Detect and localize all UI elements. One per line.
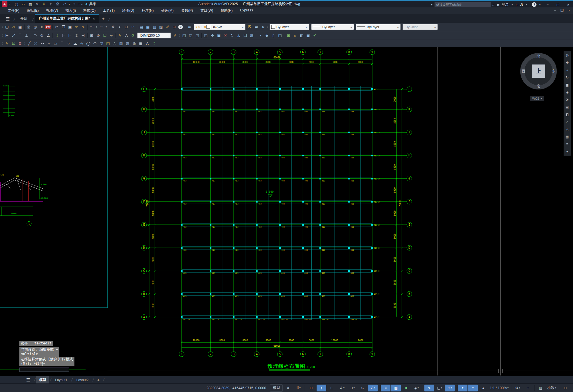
dim-arc-length-icon[interactable]: ⌒ bbox=[17, 32, 23, 39]
new-file-icon[interactable]: ▢ bbox=[13, 1, 20, 7]
toolbar-grip[interactable]: ⁞ bbox=[178, 34, 181, 37]
open-file-icon[interactable]: ▱ bbox=[20, 1, 27, 7]
viewcube-west-label[interactable]: 西 bbox=[522, 69, 525, 74]
menu-item-12[interactable]: Express bbox=[236, 8, 257, 13]
viewcube-top-face[interactable]: 上 bbox=[532, 64, 545, 78]
menu-item-11[interactable]: 帮助(H) bbox=[217, 8, 236, 13]
nav-tool-icon-6[interactable]: △ bbox=[564, 126, 570, 133]
line-icon[interactable]: ╱ bbox=[26, 40, 33, 47]
layout-tab-layout2[interactable]: Layout2 bbox=[73, 377, 92, 383]
nav-tool-icon-4[interactable]: ◧ bbox=[564, 111, 570, 118]
hatch-icon[interactable]: ▨ bbox=[118, 40, 124, 47]
copy-icon[interactable]: ❐ bbox=[60, 24, 67, 30]
share-button[interactable]: ✈ 共享 bbox=[85, 2, 96, 7]
app-store-cart-icon[interactable]: ⊔ bbox=[516, 3, 519, 7]
menu-item-4[interactable]: 格式(O) bbox=[80, 8, 99, 13]
3d-object-snap-toggle[interactable]: ◈▾ bbox=[412, 385, 421, 391]
mtext-icon[interactable]: A bbox=[144, 40, 151, 47]
window-maximize-button[interactable]: □ bbox=[554, 1, 562, 8]
undo-icon[interactable]: ↶ bbox=[88, 24, 95, 30]
plot-preview-icon[interactable]: ◎ bbox=[32, 24, 39, 30]
menu-item-7[interactable]: 标注(N) bbox=[138, 8, 157, 13]
layer-translator-icon[interactable]: ≣ bbox=[17, 40, 23, 47]
color-faces-icon[interactable]: ▩ bbox=[248, 32, 255, 39]
units-value[interactable]: 小数▾ bbox=[546, 385, 557, 391]
ellipse-arc-icon[interactable]: ◠ bbox=[92, 40, 98, 47]
imprint-icon[interactable]: ⊞ bbox=[285, 32, 292, 39]
window-minimize-button[interactable]: − bbox=[543, 1, 552, 8]
nav-tool-icon-3[interactable]: ▤ bbox=[564, 103, 570, 111]
tool-palettes-icon[interactable]: ▥ bbox=[151, 24, 158, 30]
plot-icon[interactable]: ⎙ bbox=[54, 1, 61, 7]
export-icon[interactable]: ⇓ bbox=[41, 1, 47, 7]
redo-icon[interactable]: ↷ bbox=[71, 1, 78, 7]
dim-baseline-icon[interactable]: ⊫ bbox=[60, 32, 67, 39]
markup-edit-icon[interactable]: ✎ bbox=[4, 40, 10, 47]
polygon-icon[interactable]: △ bbox=[46, 40, 52, 47]
command-input-line[interactable] bbox=[19, 368, 69, 372]
extrude-faces-icon[interactable]: ◰ bbox=[203, 32, 209, 39]
rotate-faces-icon[interactable]: ↻ bbox=[229, 32, 235, 39]
undo-icon[interactable]: ↶ bbox=[61, 1, 68, 7]
search-icon[interactable]: ⌕ bbox=[493, 2, 495, 7]
viewcube-east-label[interactable]: 东 bbox=[552, 69, 555, 74]
dim-break-icon[interactable]: ⊣ bbox=[80, 32, 86, 39]
dropdown-caret-icon[interactable]: ⌄ bbox=[348, 26, 352, 28]
tab-start[interactable]: 开始 bbox=[16, 15, 31, 23]
help-icon[interactable]: ? bbox=[532, 2, 536, 7]
copy-edges-icon[interactable]: ▯ bbox=[270, 32, 277, 39]
lineweight-dropdown[interactable]: ByLayer⌄ bbox=[356, 24, 401, 30]
linetype-dropdown[interactable]: ByLayer⌄ bbox=[311, 24, 354, 30]
cut-icon[interactable]: ✂ bbox=[54, 24, 60, 30]
intersect-icon[interactable]: ◳ bbox=[194, 32, 201, 39]
menu-item-1[interactable]: 编辑(E) bbox=[23, 8, 42, 13]
dim-spacing-icon[interactable]: ⌶ bbox=[73, 32, 80, 39]
redo-caret-icon[interactable]: ▾ bbox=[78, 1, 80, 7]
layout-menu-icon[interactable]: ☰ bbox=[23, 377, 33, 383]
check-icon[interactable]: ✔ bbox=[311, 32, 318, 39]
lineweight-toggle[interactable]: ≡ bbox=[381, 385, 390, 391]
annotation-scale-value[interactable]: 1:1 / 100%▾ bbox=[489, 385, 510, 391]
tolerance-icon[interactable]: ⊞ bbox=[88, 32, 95, 39]
showmotion-icon[interactable]: ▣ bbox=[564, 81, 570, 89]
spline-icon[interactable]: ∿ bbox=[78, 40, 85, 47]
orbit-icon[interactable]: ↻ bbox=[564, 74, 570, 81]
new-file-icon[interactable]: ▢ bbox=[4, 24, 10, 30]
save-as-icon[interactable]: ✎ bbox=[34, 1, 41, 7]
layout-tab-layout1[interactable]: Layout1 bbox=[52, 377, 71, 383]
new-tab-button[interactable]: + bbox=[99, 15, 108, 23]
save-icon[interactable]: ▦ bbox=[27, 1, 34, 7]
dim-ordinate-icon[interactable]: ⊥ bbox=[23, 32, 30, 39]
search-expand-icon[interactable]: ▸ bbox=[431, 3, 433, 6]
layout-tab-模型[interactable]: 模型 bbox=[36, 376, 49, 383]
construction-line-icon[interactable]: ⤫ bbox=[33, 40, 39, 47]
chamfer-edge-icon[interactable]: ◆ bbox=[264, 32, 270, 39]
units-icon[interactable]: ▥ bbox=[536, 385, 546, 391]
sheet-set-manager-icon[interactable]: ▧ bbox=[158, 24, 164, 30]
center-mark-icon[interactable]: ⊙ bbox=[95, 32, 102, 39]
quick-dimension-icon[interactable]: ⇉ bbox=[54, 32, 60, 39]
selection-cycling-toggle[interactable]: ■ bbox=[401, 385, 411, 391]
polyline-icon[interactable]: ↝ bbox=[39, 40, 46, 47]
dynamic-ucs-toggle[interactable]: ↯ bbox=[424, 385, 434, 391]
gradient-icon[interactable]: ▧ bbox=[124, 40, 131, 47]
doc-restore-button[interactable]: ❐ bbox=[560, 9, 564, 13]
undo-caret-icon[interactable]: ▾ bbox=[68, 1, 71, 7]
transparency-toggle[interactable]: ▩ bbox=[391, 385, 401, 391]
share-mobile-icon[interactable]: ⇑ bbox=[47, 1, 54, 7]
help-caret-icon[interactable]: ▾ bbox=[539, 3, 540, 6]
nav-menu-caret-icon[interactable]: ▾ bbox=[564, 148, 570, 155]
match-properties-icon[interactable]: ✑ bbox=[73, 24, 80, 30]
open-file-icon[interactable]: ▱ bbox=[10, 24, 17, 30]
qat-menu-caret-icon[interactable]: ⌄ bbox=[80, 1, 83, 7]
viewcube-compass[interactable]: 北 南 西 东 上 bbox=[520, 53, 557, 89]
layer-properties-icon[interactable]: ≣ bbox=[186, 24, 193, 30]
polar-tracking-toggle[interactable]: ∡▾ bbox=[337, 385, 347, 391]
dim-style-icon[interactable]: ✐ bbox=[172, 32, 178, 39]
delete-faces-icon[interactable]: ✕ bbox=[222, 32, 229, 39]
grid-display-toggle[interactable]: # bbox=[283, 385, 293, 391]
menu-item-2[interactable]: 视图(V) bbox=[42, 8, 62, 13]
markup-verify-icon[interactable]: ☑ bbox=[10, 40, 17, 47]
tab-active-drawing[interactable]: 广州某单层工业厂房结构设计图* × bbox=[35, 14, 99, 23]
dim-linear-icon[interactable]: ⊢ bbox=[4, 32, 10, 39]
